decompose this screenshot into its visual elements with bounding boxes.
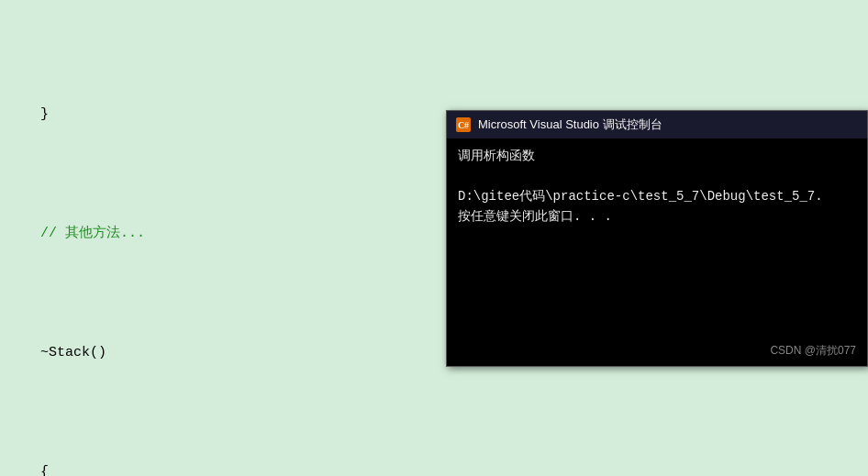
main-container: } // 其他方法... ~Stack() { if (_array) (0, 0, 868, 476)
console-window: C# Microsoft Visual Studio 调试控制台 调用析构函数 … (446, 110, 868, 367)
console-body: 调用析构函数 D:\gitee代码\practice-c\test_5_7\De… (447, 138, 867, 366)
code-text: { (7, 460, 49, 476)
code-text: } (7, 103, 49, 127)
console-output-line-1: 调用析构函数 (458, 146, 856, 166)
console-output-line-2 (458, 166, 856, 186)
code-text: // 其他方法... (7, 222, 145, 246)
console-output-line-3: D:\gitee代码\practice-c\test_5_7\Debug\tes… (458, 186, 856, 206)
vs-icon: C# (456, 117, 471, 132)
console-output-line-4: 按任意键关闭此窗口. . . (458, 206, 856, 227)
console-titlebar: C# Microsoft Visual Studio 调试控制台 (447, 111, 867, 138)
watermark: CSDN @清扰077 (770, 343, 856, 359)
code-text: ~Stack() (7, 341, 106, 365)
code-line: { (0, 460, 868, 476)
console-title: Microsoft Visual Studio 调试控制台 (478, 116, 662, 133)
